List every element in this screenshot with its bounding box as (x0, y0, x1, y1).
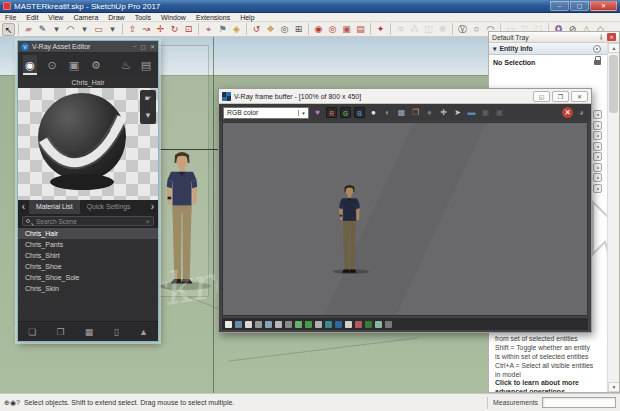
render-button[interactable]: ♨ (119, 55, 133, 75)
vray-sphere-light-button[interactable]: ○ (470, 23, 483, 36)
vfb-status-icon[interactable] (285, 321, 292, 328)
blue-channel-button[interactable]: B (354, 107, 365, 118)
scroll-down-icon[interactable]: ▼ (608, 382, 620, 392)
pan-tool[interactable]: ❖ (264, 23, 277, 36)
prev-preview-icon[interactable]: ‹ (18, 200, 29, 214)
collapsed-panel-detail-button[interactable] (593, 131, 602, 140)
vfb-status-icon[interactable] (305, 321, 312, 328)
rotate-tool[interactable]: ↻ (168, 23, 181, 36)
track-mouse-button[interactable]: ✛ (438, 107, 449, 118)
vray-viewport-render-button[interactable]: ▣ (340, 23, 353, 36)
minimize-button[interactable]: – (550, 1, 569, 11)
vfb-dock-button[interactable]: ◱ (533, 91, 550, 102)
collapsed-panel-detail-button[interactable] (593, 173, 602, 182)
zoom-extents-tool[interactable]: ⊞ (292, 23, 305, 36)
offset-tool[interactable]: ⊡ (182, 23, 195, 36)
close-button[interactable]: ✕ (590, 1, 617, 11)
tray-close-icon[interactable]: ✕ (607, 33, 616, 41)
tab-material-list[interactable]: Material List (29, 200, 80, 214)
zoom-tool[interactable]: ◎ (278, 23, 291, 36)
menu-item-tools[interactable]: Tools (130, 14, 156, 21)
clear-search-icon[interactable]: ✕ (145, 218, 150, 225)
measurements-input[interactable] (542, 397, 616, 408)
material-row-chris_hair[interactable]: Chris_Hair (18, 228, 158, 239)
vfb-status-icon[interactable] (325, 321, 332, 328)
follow-me-tool[interactable]: ↝ (140, 23, 153, 36)
up-asset-button[interactable]: ▲ (139, 327, 148, 337)
vfb-status-icon[interactable] (335, 321, 342, 328)
lock-icon[interactable] (594, 60, 601, 65)
menu-item-draw[interactable]: Draw (103, 14, 129, 21)
vfb-status-icon[interactable] (295, 321, 302, 328)
next-preview-icon[interactable]: › (147, 200, 158, 214)
vfb-status-icon[interactable] (225, 321, 232, 328)
search-input[interactable] (34, 217, 134, 225)
save-preview-button[interactable]: ▼ (144, 111, 152, 120)
help-icon[interactable]: ? (16, 399, 20, 406)
select-tool[interactable]: ↖ (2, 23, 15, 36)
ae-minimize-button[interactable]: – (133, 43, 136, 50)
scroll-up-icon[interactable]: ▲ (608, 43, 620, 53)
vfb-status-icon[interactable] (255, 321, 262, 328)
push-pull-tool[interactable]: ⇧ (126, 23, 139, 36)
tape-measure-tool[interactable]: ⌖ (202, 23, 215, 36)
apply-to-selection-button[interactable]: ☛ (144, 94, 151, 103)
arc-dropdown-icon[interactable]: ▾ (78, 23, 91, 36)
entity-detail-button[interactable] (593, 45, 601, 53)
collapsed-panel-detail-button[interactable] (593, 110, 602, 119)
material-row-chris_pants[interactable]: Chris_Pants (18, 239, 158, 250)
vfb-status-icon[interactable] (315, 321, 322, 328)
orbit-tool[interactable]: ↺ (250, 23, 263, 36)
collapse-chevron-icon[interactable]: ▾ (493, 45, 496, 53)
add-asset-button[interactable]: ❏ (28, 327, 36, 337)
render-last-button[interactable]: ◕ (576, 107, 587, 118)
vfb-status-icon[interactable] (355, 321, 362, 328)
geometry-tab[interactable]: ▣ (67, 55, 81, 75)
pointer-button[interactable]: ➤ (452, 107, 463, 118)
green-channel-button[interactable]: G (340, 107, 351, 118)
settings-tab[interactable]: ⚙ (89, 55, 103, 75)
tab-quick-settings[interactable]: Quick Settings (80, 200, 138, 214)
vfb-status-icon[interactable] (375, 321, 382, 328)
material-row-chris_shoe_sole[interactable]: Chris_Shoe_Sole (18, 272, 158, 283)
dimension-tool[interactable]: ⚑ (216, 23, 229, 36)
pin-icon[interactable]: ⊸ (597, 33, 605, 41)
materials-tab[interactable]: ◉ (23, 55, 37, 75)
vfb-restore-button[interactable]: ❐ (552, 91, 569, 102)
menu-item-help[interactable]: Help (235, 14, 259, 21)
vfb-status-icon[interactable] (235, 321, 242, 328)
maximize-button[interactable]: ▢ (570, 1, 589, 11)
vfb-status-icon[interactable] (245, 321, 252, 328)
vfb-status-icon[interactable] (365, 321, 372, 328)
vfb-close-button[interactable]: ✕ (571, 91, 588, 102)
line-dropdown-icon[interactable]: ▾ (50, 23, 63, 36)
collapsed-panel-detail-button[interactable] (593, 142, 602, 151)
clear-image-button[interactable]: ● (424, 107, 435, 118)
alpha-channel-button[interactable]: ● (368, 107, 379, 118)
vray-logo-button[interactable]: Ⓥ (456, 23, 469, 36)
vfb-status-icon[interactable] (275, 321, 282, 328)
vfb-status-icon[interactable] (345, 321, 352, 328)
frame-buffer-button[interactable]: ▤ (139, 55, 153, 75)
material-row-chris_shirt[interactable]: Chris_Shirt (18, 250, 158, 261)
search-box[interactable]: ✕ (22, 216, 154, 226)
menu-item-file[interactable]: File (0, 14, 21, 21)
menu-item-window[interactable]: Window (156, 14, 191, 21)
arc-tool[interactable]: ◠ (64, 23, 77, 36)
vray-interactive-render-button[interactable]: ◎ (326, 23, 339, 36)
collapsed-panel-detail-button[interactable] (593, 152, 602, 161)
red-channel-button[interactable]: R (326, 107, 337, 118)
monochrome-button[interactable]: ◐ (382, 107, 393, 118)
move-tool[interactable]: ✛ (154, 23, 167, 36)
line-tool[interactable]: ✎ (36, 23, 49, 36)
collapsed-panel-detail-button[interactable] (593, 184, 602, 193)
vray-asset-editor-button[interactable]: ✦ (374, 23, 387, 36)
ae-close-button[interactable]: ✕ (150, 43, 155, 50)
scrollbar-thumb[interactable] (609, 55, 618, 113)
stop-render-button[interactable]: ✕ (562, 107, 573, 118)
rectangle-tool[interactable]: ▭ (92, 23, 105, 36)
open-asset-button[interactable]: ❐ (57, 327, 65, 337)
open-image-button[interactable]: ❐ (410, 107, 421, 118)
eraser-tool[interactable]: ▰ (22, 23, 35, 36)
vfb-status-icon[interactable] (265, 321, 272, 328)
